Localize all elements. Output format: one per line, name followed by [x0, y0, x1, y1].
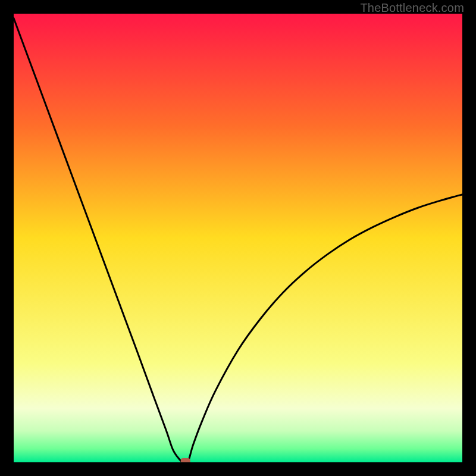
plot-svg — [14, 14, 462, 462]
plot-background — [14, 14, 462, 462]
watermark-text: TheBottleneck.com — [360, 1, 464, 15]
optimum-marker — [181, 458, 190, 462]
chart-frame: TheBottleneck.com — [0, 0, 476, 476]
plot-area — [14, 14, 462, 462]
